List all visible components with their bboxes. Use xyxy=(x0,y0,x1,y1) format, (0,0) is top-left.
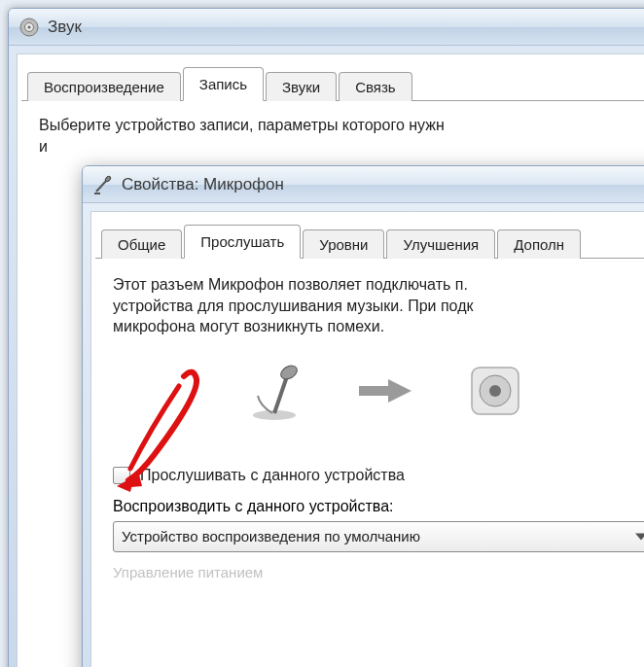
listen-checkbox[interactable] xyxy=(113,467,130,484)
svg-line-7 xyxy=(274,376,287,413)
mic-device-icon xyxy=(240,357,308,428)
mic-tab-content: Этот разъем Микрофон позволяет подключат… xyxy=(95,259,644,590)
sound-icon xyxy=(18,17,40,38)
sound-instruction-2: и xyxy=(39,138,638,156)
mic-titlebar[interactable]: Свойства: Микрофон xyxy=(83,166,644,203)
sound-tabs: Воспроизведение Запись Звуки Связь xyxy=(21,66,644,101)
sound-instruction: Выберите устройство записи, параметры ко… xyxy=(39,117,638,134)
listen-checkbox-label: Прослушивать с данного устройства xyxy=(140,467,405,484)
svg-point-8 xyxy=(278,363,300,381)
playback-device-dropdown[interactable]: Устройство воспроизведения по умолчанию xyxy=(113,521,644,552)
mic-body: Общие Прослушать Уровни Улучшения Дополн… xyxy=(90,211,644,667)
tab-advanced[interactable]: Дополн xyxy=(497,229,581,259)
svg-point-13 xyxy=(489,385,501,397)
tab-playback[interactable]: Воспроизведение xyxy=(27,72,181,101)
tab-sounds[interactable]: Звуки xyxy=(266,72,337,101)
sound-title-text: Звук xyxy=(48,18,82,37)
device-flow-illustration xyxy=(113,357,644,428)
microphone-icon xyxy=(92,174,114,195)
mic-title-text: Свойства: Микрофон xyxy=(122,175,284,194)
sound-titlebar[interactable]: Звук xyxy=(9,9,644,46)
playback-device-label: Воспроизводить с данного устройства: xyxy=(113,498,644,515)
tab-communications[interactable]: Связь xyxy=(339,72,411,101)
arrow-icon xyxy=(357,376,415,408)
power-management-label-cut: Управление питанием xyxy=(113,564,644,580)
svg-rect-9 xyxy=(359,386,388,396)
chevron-down-icon xyxy=(635,533,644,540)
mic-properties-window: Свойства: Микрофон Общие Прослушать Уров… xyxy=(82,165,644,667)
listen-description: Этот разъем Микрофон позволяет подключат… xyxy=(113,274,644,337)
tab-listen[interactable]: Прослушать xyxy=(184,225,301,259)
speaker-device-icon xyxy=(464,360,526,425)
tab-general[interactable]: Общие xyxy=(101,229,182,259)
svg-point-2 xyxy=(28,25,31,28)
listen-checkbox-row: Прослушивать с данного устройства xyxy=(113,467,644,484)
mic-tabs: Общие Прослушать Уровни Улучшения Дополн xyxy=(95,224,644,259)
tab-recording[interactable]: Запись xyxy=(183,67,264,101)
tab-enhancements[interactable]: Улучшения xyxy=(386,229,495,259)
dropdown-selected-text: Устройство воспроизведения по умолчанию xyxy=(122,528,420,544)
sound-tab-content: Выберите устройство записи, параметры ко… xyxy=(21,101,644,169)
svg-line-3 xyxy=(96,180,107,192)
svg-marker-10 xyxy=(388,379,411,403)
tab-levels[interactable]: Уровни xyxy=(303,229,384,259)
